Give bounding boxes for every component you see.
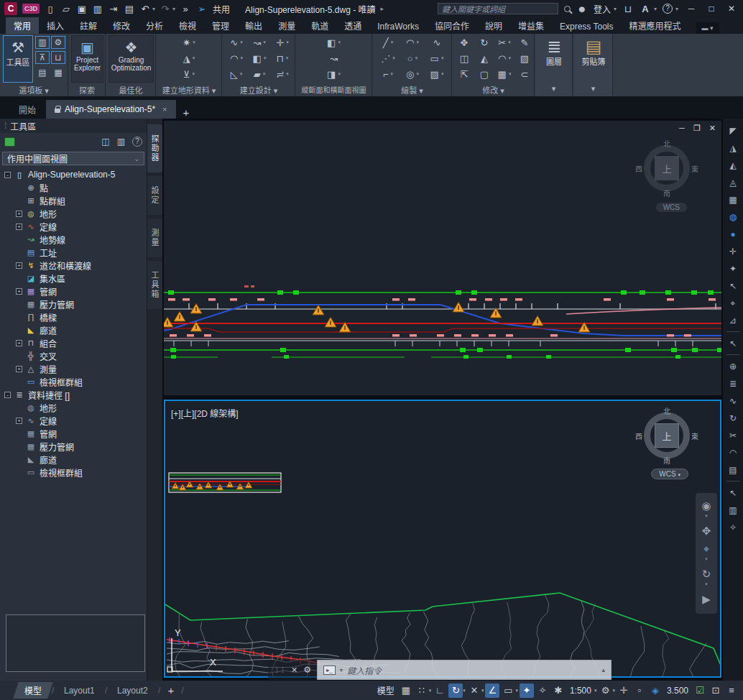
help-icon[interactable]: ? (132, 137, 142, 147)
tree-item-turnouts-crossovers[interactable]: +↯道岔和橫渡線 (0, 259, 147, 272)
ribbon-tab-精選應用程式[interactable]: 精選應用程式 (622, 17, 689, 34)
tree-item-ds-view-frame-groups[interactable]: ▭檢視框群組 (0, 466, 147, 479)
measure-angle-icon[interactable]: ⊿ (725, 313, 741, 328)
recent-commands-caret-icon[interactable]: ▾ (340, 667, 343, 673)
modify-tool-2[interactable]: ✂▾ (494, 34, 514, 50)
polar-tracking-icon-caret[interactable]: ▾ (463, 688, 466, 694)
table-check-icon[interactable]: ▤ (725, 462, 741, 477)
panel-label-palettes[interactable]: 選項板 ▾ (0, 84, 68, 96)
arc-segment-icon[interactable]: ◠ (725, 445, 741, 460)
create-design-tool-1[interactable]: ↝▾ (248, 34, 271, 50)
profile-section-tool-0[interactable]: ◧▾ (296, 34, 372, 50)
customization-menu-icon[interactable]: ≡ (724, 683, 739, 698)
workspace-switching-icon-caret[interactable]: ▾ (612, 688, 615, 694)
point-create-icon[interactable]: ✛ (725, 244, 741, 259)
orbit-icon-caret[interactable]: ▾ (705, 581, 708, 587)
tree-item-intersections[interactable]: ╬交叉 (0, 349, 147, 362)
save-icon[interactable]: ▣ (76, 4, 88, 14)
geomap-icon[interactable]: ◍ (725, 209, 741, 224)
isolate-objects-icon[interactable]: ▫ (632, 683, 647, 698)
tree-expander[interactable]: - (4, 392, 11, 398)
panel-label-create-design[interactable]: 建立設計 ▾ (223, 84, 295, 96)
create-ground-flyout-1[interactable]: ◮▾ (157, 50, 221, 66)
create-design-tool-3[interactable]: ◠▾ (225, 50, 248, 66)
create-design-tool-0[interactable]: ∿▾ (225, 34, 248, 50)
panel-label-optimization[interactable]: 最佳化 (106, 84, 155, 96)
geolocation-icon[interactable]: ● (725, 226, 741, 241)
zoom-point-icon[interactable]: ⌖ (725, 295, 741, 310)
tree-item-catchments[interactable]: ◪集水區 (0, 272, 147, 285)
wcs-menu-bottom[interactable]: WCS ▾ (651, 469, 688, 479)
modify-tool-6[interactable]: ◠▾ (494, 50, 514, 66)
draw-tool-5[interactable]: ▭▾ (425, 50, 449, 66)
annotation-scale-value-caret[interactable]: ▾ (594, 688, 597, 694)
viewcube-top[interactable]: 上 北 南 西 東 (640, 141, 694, 195)
tree-item-corridors[interactable]: ◣廊道 (0, 323, 147, 336)
item-view-icon[interactable]: ◫ (101, 137, 109, 147)
object-snap-icon-caret[interactable]: ▾ (515, 688, 518, 694)
ribbon-tab-分析[interactable]: 分析 (138, 17, 171, 34)
palettes-tool-icon-5[interactable]: ▦ (51, 66, 65, 79)
new-drawing-tab-button[interactable]: + (177, 106, 195, 119)
share-icon[interactable]: ➢ (196, 4, 208, 14)
toolspace-title-bar[interactable]: ⁞工具區 (0, 119, 147, 133)
ortho-mode-icon[interactable]: ∟ (433, 683, 447, 698)
palettes-tool-icon-0[interactable]: ▥ (35, 36, 50, 49)
ribbon-tab-註解[interactable]: 註解 (72, 17, 105, 34)
vp-close-icon[interactable]: ✕ (709, 124, 716, 133)
create-design-tool-6[interactable]: ◺▾ (225, 66, 248, 82)
project-explorer-button[interactable]: ▣ Project Explorer (71, 35, 103, 83)
performance-check-icon[interactable]: ☑ (693, 683, 707, 698)
command-grip-icon[interactable]: ⋮⋮ (274, 666, 285, 673)
selection-cycling-icon[interactable]: ✛ (617, 683, 631, 698)
file-tab-close-icon[interactable]: × (162, 105, 167, 114)
tree-item-drawing[interactable]: -▯Align-Superelevation-5 (0, 168, 147, 181)
palettes-tool-icon-4[interactable]: ▤ (35, 66, 50, 79)
bearing-distance-icon[interactable]: ◭ (725, 157, 741, 172)
tree-expander[interactable]: + (16, 224, 22, 230)
draw-tool-4[interactable]: ○▾ (400, 50, 425, 66)
elevation-value[interactable]: 3.500 (664, 684, 691, 697)
panel-label-profile-section[interactable]: 縱斷面和橫斷面視圖 (296, 84, 372, 96)
create-design-tool-4[interactable]: ◧▾ (248, 50, 271, 66)
modify-tool-5[interactable]: ◭ (474, 50, 494, 66)
tree-expander[interactable]: - (4, 172, 11, 178)
undo-icon[interactable]: ↶ (139, 4, 151, 14)
tree-item-view-frame-groups[interactable]: ▭檢視框群組 (0, 375, 147, 388)
ribbon-tab-檢視[interactable]: 檢視 (171, 17, 204, 34)
showmotion-icon[interactable]: ▶ (702, 594, 711, 605)
toolspace-view-combo[interactable]: 作用中圖面視圖 ⌄ (2, 152, 144, 165)
wcs-menu-top[interactable]: WCS (656, 203, 687, 212)
annotation-scale-value[interactable]: 1:500 (567, 684, 594, 697)
tree-expander[interactable]: + (16, 366, 22, 372)
save-as-icon[interactable]: ▥ (92, 4, 103, 14)
station-offset-icon[interactable]: ⊕ (725, 359, 741, 374)
import-icon[interactable]: ⇥ (108, 4, 119, 14)
draw-tool-1[interactable]: ◠▾ (400, 34, 425, 50)
customize-wrench-icon[interactable]: ⚙ (303, 665, 311, 675)
app-store-cart-icon[interactable]: ⊔ (622, 4, 634, 14)
active-drawing-icon[interactable] (4, 137, 15, 147)
tree-expander[interactable]: + (16, 418, 22, 424)
maximize-button[interactable]: □ (704, 4, 719, 14)
file-tab-document[interactable]: Align-Superelevation-5* × (46, 100, 176, 119)
modify-tool-9[interactable]: ▢ (474, 66, 494, 82)
ribbon-tab-測量[interactable]: 測量 (270, 17, 303, 34)
tree-item-ds-alignments[interactable]: +∿定線 (0, 414, 147, 427)
tree-item-surfaces[interactable]: +◍地形 (0, 207, 147, 220)
signin-caret-icon[interactable]: ▾ (614, 6, 617, 12)
tree-item-points[interactable]: ⊕點 (0, 181, 147, 194)
ribbon-tab-infraworks[interactable]: InfraWorks (369, 19, 427, 34)
layout-tab-layout1[interactable]: Layout1 (53, 683, 106, 698)
ribbon-tab-增益集[interactable]: 增益集 (510, 17, 552, 34)
new-file-icon[interactable]: ▯ (45, 4, 56, 14)
annotation-scale-icon[interactable]: ✱ (551, 683, 566, 698)
viewcube-bottom[interactable]: 上 北 南 西 東 (640, 408, 694, 463)
isometric-drafting-icon-caret[interactable]: ▾ (481, 688, 484, 694)
draw-tool-2[interactable]: ∿ (425, 34, 449, 50)
point-flash-icon[interactable]: ✧ (725, 520, 741, 535)
recent-commands-icon[interactable]: ▸_ (323, 666, 336, 675)
select-similar-icon[interactable]: ↖ (725, 485, 741, 500)
ribbon-tab-express-tools[interactable]: Express Tools (552, 19, 621, 34)
draw-tool-8[interactable]: ▨▾ (425, 66, 449, 82)
